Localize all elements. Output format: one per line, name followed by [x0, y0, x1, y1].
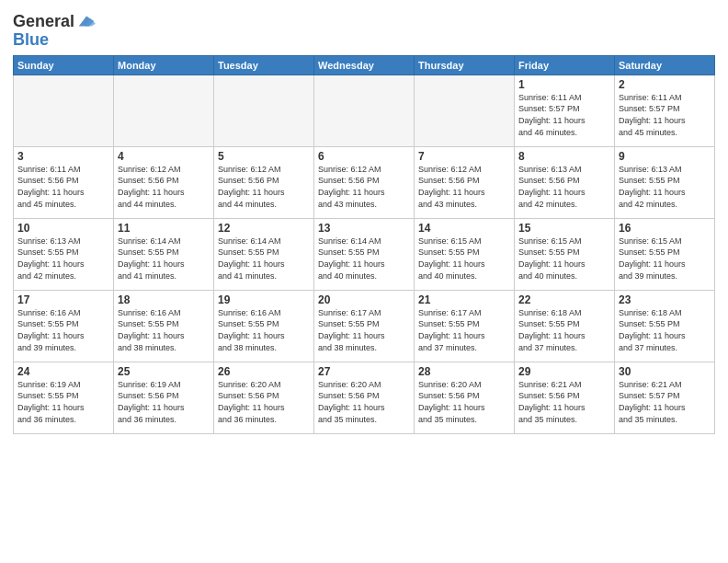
day-info: Sunrise: 6:15 AM Sunset: 5:55 PM Dayligh… [619, 236, 711, 282]
calendar-cell: 15Sunrise: 6:15 AM Sunset: 5:55 PM Dayli… [515, 218, 615, 290]
day-info: Sunrise: 6:17 AM Sunset: 5:55 PM Dayligh… [318, 307, 410, 353]
calendar-cell: 7Sunrise: 6:12 AM Sunset: 5:56 PM Daylig… [415, 146, 515, 218]
day-number: 25 [118, 365, 210, 378]
day-info: Sunrise: 6:15 AM Sunset: 5:55 PM Dayligh… [418, 236, 510, 282]
day-info: Sunrise: 6:12 AM Sunset: 5:56 PM Dayligh… [218, 164, 310, 210]
calendar-cell: 4Sunrise: 6:12 AM Sunset: 5:56 PM Daylig… [114, 146, 214, 218]
calendar-cell: 25Sunrise: 6:19 AM Sunset: 5:56 PM Dayli… [114, 362, 214, 433]
calendar-cell: 9Sunrise: 6:13 AM Sunset: 5:55 PM Daylig… [615, 146, 715, 218]
weekday-header-tuesday: Tuesday [214, 55, 314, 75]
calendar-cell: 8Sunrise: 6:13 AM Sunset: 5:56 PM Daylig… [515, 146, 615, 218]
calendar-cell: 17Sunrise: 6:16 AM Sunset: 5:55 PM Dayli… [14, 290, 114, 362]
calendar-cell: 20Sunrise: 6:17 AM Sunset: 5:55 PM Dayli… [314, 290, 415, 362]
weekday-header-sunday: Sunday [14, 55, 114, 75]
day-info: Sunrise: 6:20 AM Sunset: 5:56 PM Dayligh… [218, 379, 310, 425]
header: General Blue [13, 9, 715, 50]
day-info: Sunrise: 6:12 AM Sunset: 5:56 PM Dayligh… [318, 164, 410, 210]
day-info: Sunrise: 6:18 AM Sunset: 5:55 PM Dayligh… [619, 307, 711, 353]
day-number: 22 [518, 293, 610, 306]
day-number: 27 [318, 365, 410, 378]
day-number: 14 [418, 222, 510, 235]
calendar-cell: 24Sunrise: 6:19 AM Sunset: 5:55 PM Dayli… [14, 362, 114, 433]
day-number: 11 [118, 222, 210, 235]
day-number: 12 [218, 222, 310, 235]
day-info: Sunrise: 6:19 AM Sunset: 5:56 PM Dayligh… [118, 379, 210, 425]
day-number: 15 [518, 222, 610, 235]
day-number: 30 [619, 365, 711, 378]
day-number: 18 [118, 293, 210, 306]
day-number: 3 [17, 150, 109, 163]
weekday-header-friday: Friday [515, 55, 615, 75]
day-info: Sunrise: 6:11 AM Sunset: 5:56 PM Dayligh… [17, 164, 109, 210]
day-number: 23 [619, 293, 711, 306]
day-info: Sunrise: 6:13 AM Sunset: 5:55 PM Dayligh… [17, 236, 109, 282]
page: General Blue SundayMondayTuesdayWednesda… [0, 0, 728, 563]
day-info: Sunrise: 6:11 AM Sunset: 5:57 PM Dayligh… [518, 92, 610, 138]
day-info: Sunrise: 6:18 AM Sunset: 5:55 PM Dayligh… [518, 307, 610, 353]
calendar-cell: 19Sunrise: 6:16 AM Sunset: 5:55 PM Dayli… [214, 290, 314, 362]
calendar-cell: 26Sunrise: 6:20 AM Sunset: 5:56 PM Dayli… [214, 362, 314, 433]
weekday-header-saturday: Saturday [615, 55, 715, 75]
day-number: 7 [418, 150, 510, 163]
calendar-cell: 29Sunrise: 6:21 AM Sunset: 5:56 PM Dayli… [515, 362, 615, 433]
day-number: 28 [418, 365, 510, 378]
day-info: Sunrise: 6:20 AM Sunset: 5:56 PM Dayligh… [318, 379, 410, 425]
logo-text: General [13, 13, 74, 31]
calendar-cell: 22Sunrise: 6:18 AM Sunset: 5:55 PM Dayli… [515, 290, 615, 362]
day-info: Sunrise: 6:14 AM Sunset: 5:55 PM Dayligh… [218, 236, 310, 282]
day-number: 16 [619, 222, 711, 235]
day-number: 13 [318, 222, 410, 235]
calendar-cell: 14Sunrise: 6:15 AM Sunset: 5:55 PM Dayli… [415, 218, 515, 290]
weekday-header-wednesday: Wednesday [314, 55, 415, 75]
day-number: 20 [318, 293, 410, 306]
calendar-cell: 30Sunrise: 6:21 AM Sunset: 5:57 PM Dayli… [615, 362, 715, 433]
calendar-cell [114, 75, 214, 146]
day-number: 17 [17, 293, 109, 306]
day-info: Sunrise: 6:15 AM Sunset: 5:55 PM Dayligh… [518, 236, 610, 282]
day-number: 8 [518, 150, 610, 163]
day-info: Sunrise: 6:21 AM Sunset: 5:56 PM Dayligh… [518, 379, 610, 425]
calendar-cell: 16Sunrise: 6:15 AM Sunset: 5:55 PM Dayli… [615, 218, 715, 290]
day-number: 26 [218, 365, 310, 378]
day-number: 29 [518, 365, 610, 378]
weekday-header-row: SundayMondayTuesdayWednesdayThursdayFrid… [14, 55, 715, 75]
calendar-cell: 18Sunrise: 6:16 AM Sunset: 5:55 PM Dayli… [114, 290, 214, 362]
day-info: Sunrise: 6:13 AM Sunset: 5:56 PM Dayligh… [518, 164, 610, 210]
day-number: 5 [218, 150, 310, 163]
calendar-cell: 1Sunrise: 6:11 AM Sunset: 5:57 PM Daylig… [515, 75, 615, 146]
day-number: 10 [17, 222, 109, 235]
weekday-header-monday: Monday [114, 55, 214, 75]
calendar-cell: 12Sunrise: 6:14 AM Sunset: 5:55 PM Dayli… [214, 218, 314, 290]
day-info: Sunrise: 6:20 AM Sunset: 5:56 PM Dayligh… [418, 379, 510, 425]
calendar-cell: 3Sunrise: 6:11 AM Sunset: 5:56 PM Daylig… [14, 146, 114, 218]
calendar-cell: 21Sunrise: 6:17 AM Sunset: 5:55 PM Dayli… [415, 290, 515, 362]
day-info: Sunrise: 6:14 AM Sunset: 5:55 PM Dayligh… [118, 236, 210, 282]
calendar-cell: 2Sunrise: 6:11 AM Sunset: 5:57 PM Daylig… [615, 75, 715, 146]
day-info: Sunrise: 6:19 AM Sunset: 5:55 PM Dayligh… [17, 379, 109, 425]
week-row-2: 3Sunrise: 6:11 AM Sunset: 5:56 PM Daylig… [14, 146, 715, 218]
weekday-header-thursday: Thursday [415, 55, 515, 75]
day-info: Sunrise: 6:16 AM Sunset: 5:55 PM Dayligh… [218, 307, 310, 353]
day-info: Sunrise: 6:11 AM Sunset: 5:57 PM Dayligh… [619, 92, 711, 138]
calendar-cell: 10Sunrise: 6:13 AM Sunset: 5:55 PM Dayli… [14, 218, 114, 290]
calendar-cell [214, 75, 314, 146]
day-number: 9 [619, 150, 711, 163]
logo-blue-text: Blue [13, 31, 97, 50]
week-row-5: 24Sunrise: 6:19 AM Sunset: 5:55 PM Dayli… [14, 362, 715, 433]
calendar-cell: 23Sunrise: 6:18 AM Sunset: 5:55 PM Dayli… [615, 290, 715, 362]
day-number: 19 [218, 293, 310, 306]
logo: General Blue [13, 13, 97, 50]
week-row-4: 17Sunrise: 6:16 AM Sunset: 5:55 PM Dayli… [14, 290, 715, 362]
day-info: Sunrise: 6:16 AM Sunset: 5:55 PM Dayligh… [17, 307, 109, 353]
calendar-cell: 6Sunrise: 6:12 AM Sunset: 5:56 PM Daylig… [314, 146, 415, 218]
day-number: 4 [118, 150, 210, 163]
day-number: 21 [418, 293, 510, 306]
calendar-cell [415, 75, 515, 146]
day-number: 1 [518, 78, 610, 91]
day-number: 24 [17, 365, 109, 378]
week-row-1: 1Sunrise: 6:11 AM Sunset: 5:57 PM Daylig… [14, 75, 715, 146]
logo-icon [76, 11, 97, 31]
day-info: Sunrise: 6:14 AM Sunset: 5:55 PM Dayligh… [318, 236, 410, 282]
day-info: Sunrise: 6:12 AM Sunset: 5:56 PM Dayligh… [418, 164, 510, 210]
calendar-cell: 27Sunrise: 6:20 AM Sunset: 5:56 PM Dayli… [314, 362, 415, 433]
